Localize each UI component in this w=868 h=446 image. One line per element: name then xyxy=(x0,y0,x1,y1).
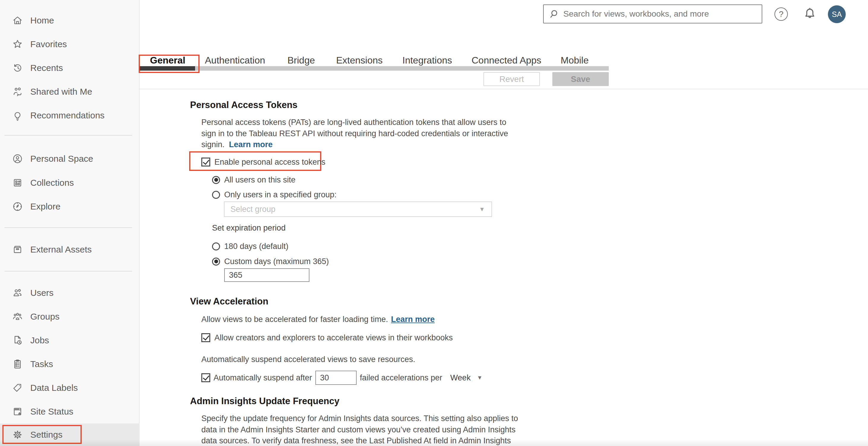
sidebar-item-recents[interactable]: Recents xyxy=(0,56,140,80)
suspend-checkbox[interactable] xyxy=(202,373,210,382)
custom-days-row: Custom days (maximum 365) xyxy=(212,256,329,267)
pat-description-line: Personal access tokens (PATs) are long-l… xyxy=(202,117,508,128)
sidebar-item-label: Data Labels xyxy=(30,383,78,393)
collections-icon xyxy=(12,177,23,188)
sidebar-item-label: Recents xyxy=(30,63,63,73)
toolbar-divider xyxy=(140,89,868,89)
admin-insights-description: Specify the update frequency for Admin I… xyxy=(202,413,518,446)
site-status-icon xyxy=(12,406,23,417)
tab-authentication[interactable]: Authentication xyxy=(205,54,265,66)
tab-label: Mobile xyxy=(561,55,589,66)
custom-days-input[interactable] xyxy=(224,268,309,282)
sidebar-item-tasks[interactable]: Tasks xyxy=(0,352,140,376)
pat-description: Personal access tokens (PATs) are long-l… xyxy=(202,117,508,150)
period-select[interactable]: Week xyxy=(450,373,471,382)
admin-insights-line: Specify the update frequency for Admin I… xyxy=(202,413,518,424)
all-users-radio[interactable] xyxy=(212,176,220,184)
sidebar-item-label: Home xyxy=(30,15,54,26)
admin-insights-line: data in the Admin Insights Starter and c… xyxy=(202,424,518,436)
sidebar-item-label: Tasks xyxy=(30,359,53,369)
pat-description-line: signin. Learn more xyxy=(202,139,508,150)
sidebar-item-label: Settings xyxy=(30,430,62,440)
tag-icon xyxy=(12,382,23,393)
compass-icon xyxy=(12,201,23,212)
sidebar-item-label: Shared with Me xyxy=(30,87,92,97)
admin-insights-heading: Admin Insights Update Frequency xyxy=(190,396,339,407)
sidebar-item-users[interactable]: Users xyxy=(0,281,140,305)
person-circle-icon xyxy=(12,153,23,164)
sidebar-item-groups[interactable]: Groups xyxy=(0,305,140,329)
document-clock-icon xyxy=(12,335,23,346)
expiration-label-row: Set expiration period xyxy=(212,223,286,233)
sidebar-item-label: Users xyxy=(30,288,54,298)
sidebar-item-home[interactable]: Home xyxy=(0,9,140,32)
view-acceleration-learn-more-link[interactable]: Learn more xyxy=(391,315,435,324)
enable-pat-label: Enable personal access tokens xyxy=(214,158,326,167)
lightbulb-icon xyxy=(12,110,23,121)
help-glyph: ? xyxy=(779,9,784,19)
sidebar-item-label: Groups xyxy=(30,312,59,322)
tab-general[interactable]: General xyxy=(150,54,185,66)
suspend-desc: Automatically suspend accelerated views … xyxy=(202,355,415,364)
revert-button[interactable]: Revert xyxy=(484,72,540,86)
sidebar-item-personal-space[interactable]: Personal Space xyxy=(0,147,140,171)
tab-bridge[interactable]: Bridge xyxy=(287,54,315,66)
notifications-bell-icon[interactable] xyxy=(802,6,817,21)
sidebar-item-label: External Assets xyxy=(30,244,92,254)
specified-group-row: Only users in a specified group: xyxy=(212,190,336,200)
sidebar-item-settings[interactable]: Settings xyxy=(0,423,140,446)
tab-connected-apps[interactable]: Connected Apps xyxy=(471,54,541,66)
sidebar-item-jobs[interactable]: Jobs xyxy=(0,329,140,352)
sidebar-item-external-assets[interactable]: External Assets xyxy=(0,238,140,262)
tab-underline-track xyxy=(140,66,609,71)
tab-underline-active xyxy=(140,66,195,71)
group-select[interactable]: Select group ▼ xyxy=(224,202,492,217)
chevron-down-icon[interactable]: ▼ xyxy=(477,375,483,381)
sidebar-item-favorites[interactable]: Favorites xyxy=(0,32,140,56)
days-180-radio[interactable] xyxy=(212,242,220,250)
pat-description-line: sign in to the Tableau REST API without … xyxy=(202,128,508,139)
sidebar-item-label: Jobs xyxy=(30,335,49,345)
tab-extensions[interactable]: Extensions xyxy=(336,54,383,66)
sidebar-item-label: Site Status xyxy=(30,407,73,417)
sidebar-item-label: Favorites xyxy=(30,39,67,49)
allow-accelerate-checkbox[interactable] xyxy=(202,333,210,342)
pat-learn-more-link[interactable]: Learn more xyxy=(229,140,273,149)
home-icon xyxy=(12,15,23,26)
sidebar-item-explore[interactable]: Explore xyxy=(0,195,140,218)
tab-label: General xyxy=(150,55,185,66)
help-icon[interactable]: ? xyxy=(774,7,788,21)
tab-label: Extensions xyxy=(336,55,383,66)
tab-label: Integrations xyxy=(402,55,452,66)
tab-mobile[interactable]: Mobile xyxy=(561,54,589,66)
chevron-down-icon: ▼ xyxy=(479,206,485,213)
specified-group-radio[interactable] xyxy=(212,191,220,199)
sidebar-item-recommendations[interactable]: Recommendations xyxy=(0,104,140,127)
days-180-row: 180 days (default) xyxy=(212,241,288,251)
sidebar: Home Favorites Recents Shared with Me Re… xyxy=(0,0,140,446)
custom-days-radio[interactable] xyxy=(212,258,220,266)
sidebar-item-data-labels[interactable]: Data Labels xyxy=(0,376,140,400)
avatar[interactable]: SA xyxy=(828,5,846,23)
sidebar-item-shared-with-me[interactable]: Shared with Me xyxy=(0,80,140,104)
admin-insights-line: data sources. To verify data freshness, … xyxy=(202,435,518,446)
avatar-initials: SA xyxy=(832,10,842,19)
sidebar-item-label: Personal Space xyxy=(30,154,93,164)
pat-description-text: signin. xyxy=(202,140,224,149)
allow-accelerate-label: Allow creators and explorers to accelera… xyxy=(214,333,453,342)
archive-icon xyxy=(12,244,23,255)
enable-pat-checkbox[interactable] xyxy=(202,158,210,167)
users-icon xyxy=(12,287,23,299)
search-bar xyxy=(543,4,762,24)
days-180-label: 180 days (default) xyxy=(224,242,288,251)
search-input[interactable] xyxy=(543,4,762,24)
tab-integrations[interactable]: Integrations xyxy=(402,54,452,66)
sidebar-item-site-status[interactable]: Site Status xyxy=(0,400,140,423)
groups-icon xyxy=(12,311,23,322)
save-button[interactable]: Save xyxy=(552,72,609,86)
suspend-row: Automatically suspend after failed accel… xyxy=(202,370,483,385)
tab-label: Connected Apps xyxy=(471,55,541,66)
sidebar-item-collections[interactable]: Collections xyxy=(0,171,140,195)
tab-label: Bridge xyxy=(287,55,315,66)
suspend-count-input[interactable] xyxy=(315,371,356,385)
